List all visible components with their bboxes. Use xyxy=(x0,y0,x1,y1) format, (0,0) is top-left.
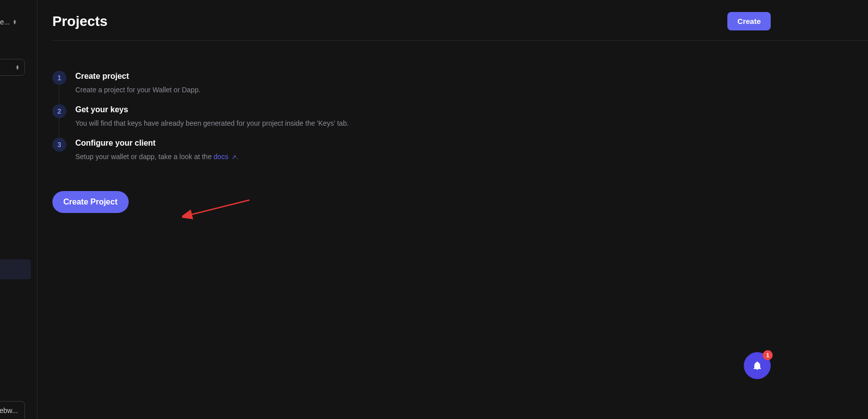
docs-link[interactable]: docs ↗ xyxy=(214,153,236,161)
step-description-suffix: . xyxy=(236,153,238,161)
sidebar-mid-selector[interactable]: ▲▼ xyxy=(0,59,25,76)
create-button[interactable]: Create xyxy=(727,12,771,30)
step-description: You will find that keys have already bee… xyxy=(75,118,349,129)
external-link-icon: ↗ xyxy=(231,154,236,161)
chevron-updown-icon: ▲▼ xyxy=(15,65,19,70)
step-content: Get your keys You will find that keys ha… xyxy=(75,104,349,129)
sidebar-bottom-selector[interactable]: ebw... xyxy=(0,401,25,419)
sidebar: e... ▲▼ ▲▼ ebw... xyxy=(0,0,37,419)
header: Projects Create xyxy=(52,0,868,41)
step-item: 1 Create project Create a project for yo… xyxy=(52,71,868,95)
step-number-badge: 1 xyxy=(52,71,66,85)
sidebar-active-item[interactable] xyxy=(0,259,31,279)
step-description: Create a project for your Wallet or Dapp… xyxy=(75,85,201,95)
step-title: Configure your client xyxy=(75,139,238,148)
step-description-prefix: Setup your wallet or dapp, take a look a… xyxy=(75,153,214,161)
step-item: 2 Get your keys You will find that keys … xyxy=(52,104,868,129)
step-content: Create project Create a project for your… xyxy=(75,71,201,95)
bell-icon xyxy=(752,361,762,371)
sidebar-top-label: e... xyxy=(0,18,9,26)
chevron-updown-icon: ▲▼ xyxy=(12,19,16,24)
create-project-section: Create Project xyxy=(52,171,868,213)
step-title: Create project xyxy=(75,72,201,81)
create-project-button[interactable]: Create Project xyxy=(52,191,129,213)
steps-list: 1 Create project Create a project for yo… xyxy=(52,41,868,162)
notification-badge: 1 xyxy=(763,350,773,360)
sidebar-bottom-label: ebw... xyxy=(0,407,18,415)
step-item: 3 Configure your client Setup your walle… xyxy=(52,138,868,162)
main-content: Projects Create 1 Create project Create … xyxy=(52,0,868,419)
step-title: Get your keys xyxy=(75,105,349,114)
step-number-badge: 2 xyxy=(52,104,66,118)
step-number-badge: 3 xyxy=(52,138,66,152)
page-title: Projects xyxy=(52,13,108,29)
sidebar-top-selector[interactable]: e... ▲▼ xyxy=(0,15,21,29)
step-content: Configure your client Setup your wallet … xyxy=(75,138,238,162)
step-description: Setup your wallet or dapp, take a look a… xyxy=(75,152,238,162)
notification-button[interactable]: 1 xyxy=(744,352,771,379)
